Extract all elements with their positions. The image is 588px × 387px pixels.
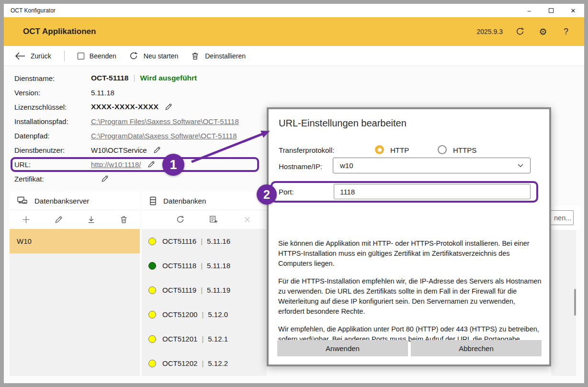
apply-button[interactable]: Anwenden (277, 340, 408, 356)
minimize-icon: – (527, 7, 531, 14)
name-version-separator: | (202, 310, 204, 319)
dienstbenutzer-label: Dienstbenutzer: (14, 146, 91, 154)
plus-icon (22, 215, 31, 224)
status-dot-yellow (148, 360, 156, 367)
status-dot-yellow (148, 286, 156, 294)
installpfad-label: Installationspfad: (14, 117, 91, 125)
script-add-icon (209, 215, 218, 224)
http-radio[interactable] (375, 145, 384, 154)
edit-license-button[interactable] (164, 102, 173, 111)
close-button[interactable]: ✕ (562, 4, 584, 17)
database-list-item[interactable]: OCT51202 | 5.12.2 (142, 351, 267, 376)
stop-label: Beenden (90, 52, 116, 60)
main-content: Dienstname: OCT-51118 | Wird ausgeführt … (4, 66, 584, 383)
app-version: 2025.9.3 (477, 28, 503, 35)
minimize-button[interactable]: – (518, 4, 540, 17)
restart-icon (129, 51, 138, 61)
add-database-button[interactable] (197, 210, 230, 229)
database-icon (149, 196, 157, 205)
row-version: Version: 5.11.18 (14, 88, 114, 97)
server-icon (17, 196, 28, 205)
back-arrow-icon (15, 52, 25, 60)
status-divider: | (133, 74, 135, 82)
annotation-step-1: 1 (162, 154, 184, 176)
server-list-item-selected[interactable]: W10 (10, 229, 140, 253)
service-name-value: OCT-51118 (91, 74, 128, 82)
databases-title: Datenbanken (163, 197, 206, 205)
help-icon: ? (564, 27, 568, 36)
chevron-down-icon (518, 164, 523, 168)
server-name: W10 (17, 237, 32, 245)
service-url-link[interactable]: http://w10:1118/ (91, 160, 141, 169)
window-title: OCT Konfigurator (4, 7, 56, 14)
database-list-item[interactable]: OCT51200 | 5.12.0 (142, 302, 267, 327)
maximize-button[interactable] (540, 4, 562, 17)
uninstall-button[interactable]: Deinstallieren (191, 51, 246, 61)
pencil-icon (164, 102, 173, 111)
row-dienstname: Dienstname: OCT-51118 | Wird ausgeführt (14, 73, 197, 83)
database-name: OCT51119 (162, 286, 196, 294)
https-radio-label: HTTPS (453, 146, 476, 154)
hostname-combobox[interactable]: w10 (333, 158, 531, 173)
database-servers-title: Datenbankserver (34, 197, 89, 205)
refresh-databases-button[interactable] (163, 210, 197, 229)
database-list-item[interactable]: OCT51118 | 5.11.18 (142, 253, 267, 278)
vertical-scrollbar-thumb[interactable] (574, 289, 576, 316)
pencil-icon (54, 215, 63, 224)
database-list-item[interactable]: OCT51116 | 5.11.16 (142, 229, 267, 253)
refresh-button[interactable] (514, 26, 526, 37)
import-server-button[interactable] (75, 210, 107, 229)
restart-service-button[interactable]: Neu starten (129, 51, 178, 61)
edit-service-user-button[interactable] (153, 146, 161, 154)
database-name: OCT51200 (162, 310, 197, 319)
title-bar: OCT Konfigurator – ✕ (4, 4, 584, 17)
cancel-button[interactable]: Abbrechen (411, 340, 542, 356)
http-radio-label: HTTP (390, 146, 409, 154)
name-version-separator: | (202, 335, 204, 343)
edit-server-button[interactable] (42, 210, 75, 229)
stop-icon (78, 53, 84, 59)
lizenz-value: XXXX-XXXX-XXXX (91, 102, 158, 111)
help-button[interactable]: ? (560, 26, 572, 37)
database-name: OCT51202 (162, 359, 197, 367)
uninstall-label: Deinstallieren (205, 52, 246, 60)
download-icon (87, 215, 96, 224)
hidden-panel-list-fragment (551, 230, 576, 376)
url-settings-dialog: URL-Einstellungen bearbeiten Transferpro… (267, 107, 551, 366)
database-list: OCT51116 | 5.11.16 OCT51118 | 5.11.18 OC… (142, 229, 267, 376)
hostname-label: Hostname/IP: (279, 162, 322, 171)
add-server-button[interactable] (10, 210, 42, 229)
trash-icon (191, 51, 200, 61)
databases-header: Datenbanken (142, 192, 267, 210)
database-name: OCT51201 (162, 335, 197, 343)
service-user-value: W10\OCTService (91, 146, 147, 154)
refresh-icon (515, 27, 525, 36)
port-input[interactable] (334, 184, 531, 199)
install-path-link[interactable]: C:\Program Files\Saxess Software\OCT-511… (91, 117, 239, 125)
data-path-link[interactable]: C:\ProgramData\Saxess Software\OCT-51118 (91, 132, 237, 140)
delete-server-button[interactable] (107, 210, 140, 229)
close-icon: ✕ (571, 7, 576, 14)
version-value: 5.11.18 (91, 89, 114, 97)
https-radio[interactable] (438, 145, 447, 154)
restart-label: Neu starten (144, 52, 178, 60)
database-list-item[interactable]: OCT51119 | 5.11.19 (142, 278, 267, 302)
edit-certificate-button[interactable] (101, 174, 109, 183)
status-dot-yellow (148, 311, 156, 319)
command-bar: Zurück Beenden Neu starten Deinstalliere… (4, 46, 584, 66)
gear-icon: ⚙ (539, 27, 547, 36)
edit-url-button[interactable] (147, 160, 156, 169)
pencil-icon (101, 174, 109, 183)
back-label: Zurück (31, 52, 51, 60)
database-version: 5.12.1 (208, 335, 228, 343)
url-label: URL: (14, 160, 91, 169)
app-header: OCT Applikationen 2025.9.3 ⚙ ? (4, 17, 584, 46)
annotation-step-2: 2 (257, 184, 277, 205)
row-datenpfad: Datenpfad: C:\ProgramData\Saxess Softwar… (14, 131, 237, 140)
database-list-item[interactable]: OCT51201 | 5.12.1 (142, 327, 267, 351)
stop-service-button[interactable]: Beenden (78, 52, 116, 60)
back-button[interactable]: Zurück (15, 52, 51, 60)
settings-button[interactable]: ⚙ (537, 26, 549, 37)
apply-label: Anwenden (326, 344, 360, 353)
database-version: 5.12.0 (208, 310, 228, 319)
